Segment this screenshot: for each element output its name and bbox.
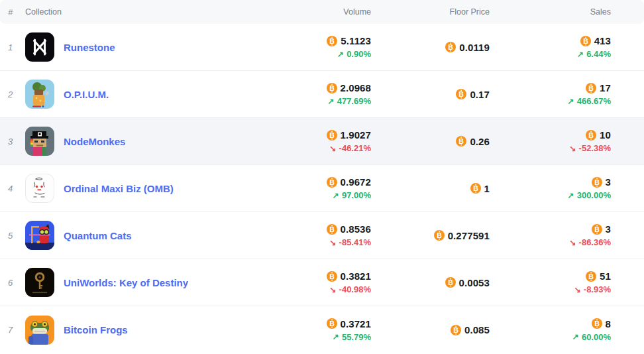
- volume-value: 0.3721: [341, 318, 371, 329]
- table-row[interactable]: 7 Bitcoin Frogs 0.3721 ↗ 55.79%: [0, 306, 644, 353]
- volume-change: ↗ 55.79%: [252, 332, 371, 342]
- sales-change: ↗ 60.00%: [490, 332, 611, 342]
- bitcoin-icon: [327, 318, 337, 329]
- trend-arrow-icon: ↗: [333, 191, 339, 200]
- floor-price-cell: 0.0119: [371, 42, 490, 53]
- sales-value: 3: [606, 176, 611, 188]
- sales-change: ↘ -52.38%: [490, 143, 611, 153]
- collection-link[interactable]: Quantum Cats: [64, 230, 132, 241]
- volume-cell: 2.0968 ↗ 477.69%: [252, 82, 371, 106]
- sales-value: 51: [600, 270, 611, 282]
- floor-price-cell: 0.0053: [371, 277, 490, 288]
- floor-price-value: 0.085: [464, 324, 490, 335]
- floor-price-cell: 0.26: [371, 136, 490, 147]
- sales-change: ↗ 466.67%: [490, 96, 611, 106]
- floor-price-value: 0.277591: [448, 230, 490, 241]
- frogs-icon: [25, 316, 54, 345]
- rank-label: 2: [8, 89, 25, 99]
- header-collection: Collection: [25, 7, 252, 17]
- volume-change: ↗ 97.00%: [252, 190, 371, 200]
- collection-cell: NodeMonkes: [25, 127, 252, 156]
- table-row[interactable]: 5 Quantum Cats 0.8536 ↘ -85.41%: [0, 212, 644, 259]
- floor-price-cell: 1: [371, 183, 490, 194]
- volume-change-percent: -85.41%: [339, 237, 371, 247]
- trend-arrow-icon: ↗: [577, 50, 584, 59]
- floor-price-cell: 0.085: [371, 324, 490, 335]
- collection-link[interactable]: UniWorlds: Key of Destiny: [64, 277, 188, 288]
- bitcoin-icon: [445, 42, 456, 52]
- trend-arrow-icon: ↗: [333, 332, 339, 341]
- trend-arrow-icon: ↘: [330, 144, 337, 153]
- volume-change-percent: 477.69%: [337, 96, 371, 106]
- sales-cell: 17 ↗ 466.67%: [490, 82, 611, 106]
- bitcoin-icon: [327, 177, 337, 188]
- sales-cell: 413 ↗ 6.44%: [490, 35, 611, 59]
- bitcoin-icon: [592, 318, 602, 329]
- header-sales: Sales: [490, 7, 611, 17]
- bitcoin-icon: [580, 36, 591, 46]
- header-rank: #: [8, 7, 25, 17]
- bitcoin-icon: [456, 89, 466, 99]
- trend-arrow-icon: ↗: [328, 97, 335, 106]
- sales-change-percent: -86.36%: [579, 237, 611, 247]
- volume-change: ↘ -85.41%: [252, 237, 371, 247]
- collection-link[interactable]: Bitcoin Frogs: [64, 324, 128, 335]
- rank-label: 6: [8, 278, 25, 288]
- volume-cell: 0.8536 ↘ -85.41%: [252, 223, 371, 247]
- collection-link[interactable]: NodeMonkes: [64, 136, 125, 147]
- trend-arrow-icon: ↘: [330, 285, 337, 294]
- trend-arrow-icon: ↗: [568, 191, 574, 200]
- rank-label: 7: [8, 325, 25, 335]
- floor-price-value: 0.26: [470, 136, 490, 147]
- volume-change-percent: 97.00%: [342, 190, 371, 200]
- volume-value: 5.1123: [341, 35, 371, 46]
- collection-link[interactable]: Ordinal Maxi Biz (OMB): [64, 183, 174, 194]
- volume-value: 0.3821: [341, 270, 371, 282]
- bitcoin-icon: [445, 277, 456, 288]
- header-floor-price: Floor Price: [371, 7, 490, 17]
- quantumcats-icon: [25, 221, 54, 250]
- runestone-icon: [25, 32, 54, 62]
- rank-label: 1: [8, 42, 25, 52]
- bitcoin-icon: [456, 136, 466, 147]
- trend-arrow-icon: ↗: [572, 332, 579, 341]
- table-header: # Collection Volume Floor Price Sales: [0, 0, 644, 24]
- sales-change-percent: 6.44%: [586, 49, 611, 59]
- sales-change-percent: 300.00%: [577, 190, 611, 200]
- rank-label: 3: [8, 137, 25, 147]
- bitcoin-icon: [327, 271, 337, 282]
- bitcoin-icon: [434, 230, 445, 241]
- sales-cell: 3 ↘ -86.36%: [490, 223, 611, 247]
- bitcoin-icon: [470, 183, 481, 194]
- bitcoin-icon: [327, 83, 337, 93]
- omb-icon: [25, 174, 54, 203]
- sales-value: 3: [606, 223, 611, 235]
- bitcoin-icon: [327, 224, 337, 235]
- trend-arrow-icon: ↗: [337, 50, 344, 59]
- table-row[interactable]: 4 Ordinal Maxi Biz (OMB) 0.9672 ↗ 97.00%: [0, 165, 644, 212]
- volume-change: ↗ 0.90%: [252, 49, 371, 59]
- volume-change-percent: 0.90%: [347, 49, 371, 59]
- sales-cell: 10 ↘ -52.38%: [490, 129, 611, 153]
- collection-link[interactable]: Runestone: [64, 42, 115, 53]
- bitcoin-icon: [586, 83, 596, 93]
- volume-cell: 0.3821 ↘ -40.98%: [252, 270, 371, 294]
- sales-change: ↗ 300.00%: [490, 190, 611, 200]
- collection-cell: Runestone: [25, 32, 252, 62]
- table-row[interactable]: 6 UniWorlds: Key of Destiny 0.3821 ↘ -40…: [0, 259, 644, 306]
- collection-cell: UniWorlds: Key of Destiny: [25, 268, 252, 297]
- collection-link[interactable]: O.P.I.U.M.: [64, 89, 109, 100]
- volume-change: ↗ 477.69%: [252, 96, 371, 106]
- bitcoin-icon: [327, 36, 337, 46]
- table-row[interactable]: 2 O.P.I.U.M. 2.0968 ↗ 477.69%: [0, 71, 644, 118]
- table-row[interactable]: 3 NodeMonkes 1.9027 ↘ -46.21%: [0, 118, 644, 165]
- table-row[interactable]: 1 Runestone 5.1123 ↗ 0.90%: [0, 24, 644, 71]
- sales-cell: 51 ↘ -8.93%: [490, 270, 611, 294]
- rank-label: 4: [8, 184, 25, 194]
- volume-change-percent: -40.98%: [339, 284, 371, 294]
- bitcoin-icon: [592, 224, 602, 235]
- sales-change: ↘ -86.36%: [490, 237, 611, 247]
- collection-cell: Quantum Cats: [25, 221, 252, 250]
- volume-value: 0.8536: [341, 223, 371, 235]
- sales-change-percent: 60.00%: [582, 332, 611, 342]
